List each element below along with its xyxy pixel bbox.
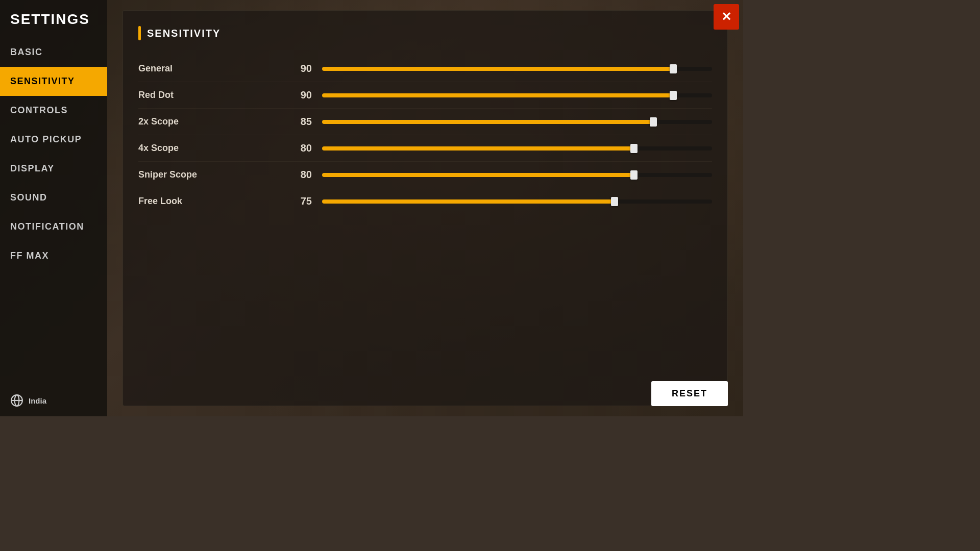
region-label: India bbox=[29, 396, 46, 405]
slider-row-5: Free Look75 bbox=[138, 188, 712, 214]
slider-label-4: Sniper Scope bbox=[138, 169, 281, 180]
slider-row-1: Red Dot90 bbox=[138, 82, 712, 109]
globe-icon bbox=[10, 394, 23, 407]
nav-items: BASICSENSITIVITYCONTROLSAUTO PICKUPDISPL… bbox=[0, 38, 107, 385]
slider-thumb-0[interactable] bbox=[670, 64, 677, 73]
slider-row-0: General90 bbox=[138, 56, 712, 82]
slider-track-fill-3 bbox=[322, 146, 634, 151]
sidebar-item-sound[interactable]: SOUND bbox=[0, 183, 107, 212]
sliders-container: General90Red Dot902x Scope854x Scope80Sn… bbox=[138, 56, 712, 214]
slider-label-5: Free Look bbox=[138, 196, 281, 207]
slider-value-1: 90 bbox=[281, 89, 312, 101]
section-header: SENSITIVITY bbox=[138, 26, 712, 40]
slider-track-2[interactable] bbox=[322, 117, 712, 127]
slider-label-1: Red Dot bbox=[138, 90, 281, 101]
sidebar-item-ff-max[interactable]: FF MAX bbox=[0, 241, 107, 270]
slider-thumb-3[interactable] bbox=[630, 144, 638, 153]
slider-track-fill-4 bbox=[322, 173, 634, 177]
slider-thumb-4[interactable] bbox=[630, 170, 638, 180]
slider-row-4: Sniper Scope80 bbox=[138, 162, 712, 188]
slider-thumb-5[interactable] bbox=[611, 197, 618, 206]
close-icon: ✕ bbox=[721, 10, 731, 24]
slider-track-fill-2 bbox=[322, 120, 653, 124]
sidebar-item-notification[interactable]: NOTIFICATION bbox=[0, 212, 107, 241]
sidebar-item-controls[interactable]: CONTROLS bbox=[0, 96, 107, 125]
sidebar-item-sensitivity[interactable]: SENSITIVITY bbox=[0, 67, 107, 96]
slider-label-2: 2x Scope bbox=[138, 116, 281, 127]
slider-track-4[interactable] bbox=[322, 170, 712, 180]
slider-track-5[interactable] bbox=[322, 197, 712, 206]
content-panel: SENSITIVITY General90Red Dot902x Scope85… bbox=[122, 10, 728, 406]
sidebar: SETTINGS BASICSENSITIVITYCONTROLSAUTO PI… bbox=[0, 0, 107, 416]
slider-label-0: General bbox=[138, 63, 281, 74]
main-content: SENSITIVITY General90Red Dot902x Scope85… bbox=[107, 0, 743, 416]
close-button[interactable]: ✕ bbox=[714, 4, 739, 30]
slider-track-fill-0 bbox=[322, 67, 673, 71]
slider-track-0[interactable] bbox=[322, 64, 712, 73]
slider-track-3[interactable] bbox=[322, 144, 712, 153]
slider-row-2: 2x Scope85 bbox=[138, 109, 712, 135]
slider-value-4: 80 bbox=[281, 169, 312, 181]
slider-track-1[interactable] bbox=[322, 91, 712, 100]
sidebar-item-basic[interactable]: BASIC bbox=[0, 38, 107, 67]
sidebar-item-auto-pickup[interactable]: AUTO PICKUP bbox=[0, 125, 107, 154]
slider-thumb-1[interactable] bbox=[670, 91, 677, 100]
slider-thumb-2[interactable] bbox=[650, 117, 657, 127]
slider-row-3: 4x Scope80 bbox=[138, 135, 712, 162]
slider-track-fill-5 bbox=[322, 199, 615, 204]
slider-value-5: 75 bbox=[281, 195, 312, 207]
section-title: SENSITIVITY bbox=[147, 28, 220, 39]
slider-value-0: 90 bbox=[281, 63, 312, 74]
sidebar-footer: India bbox=[0, 385, 107, 416]
sidebar-item-display[interactable]: DISPLAY bbox=[0, 154, 107, 183]
slider-value-2: 85 bbox=[281, 116, 312, 128]
section-bar bbox=[138, 26, 141, 40]
slider-track-fill-1 bbox=[322, 93, 673, 97]
slider-label-3: 4x Scope bbox=[138, 143, 281, 154]
slider-value-3: 80 bbox=[281, 142, 312, 154]
app-title: SETTINGS bbox=[0, 0, 107, 38]
reset-button[interactable]: RESET bbox=[651, 381, 728, 406]
